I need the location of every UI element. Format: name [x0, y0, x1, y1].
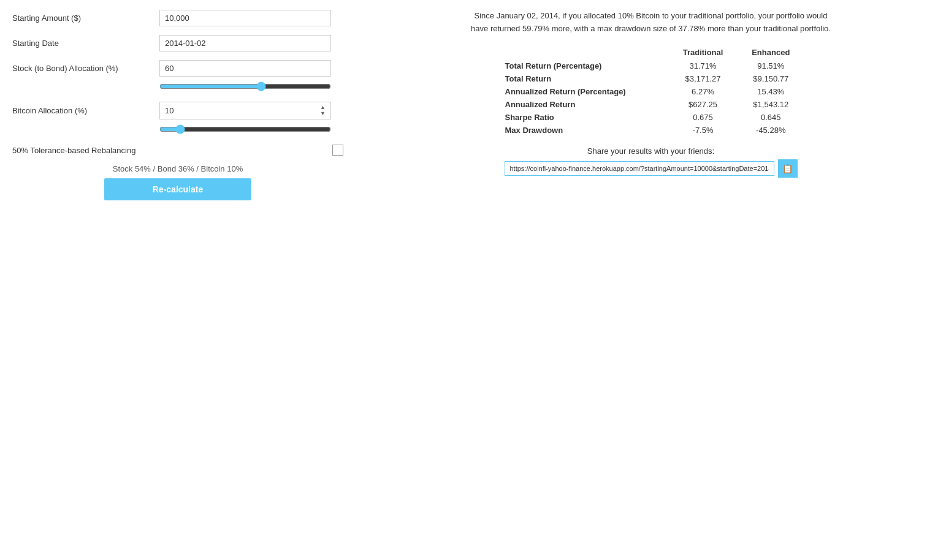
- bitcoin-allocation-row: Bitcoin Allocation (%) 10 ▲ ▼: [12, 102, 343, 119]
- bitcoin-slider-row: [12, 124, 343, 136]
- metric-label: Max Drawdown: [498, 124, 669, 137]
- bitcoin-allocation-value: 10: [165, 106, 174, 115]
- allocation-display: Stock 54% / Bond 36% / Bitcoin 10%: [12, 164, 343, 173]
- starting-amount-row: Starting Amount ($): [12, 10, 343, 26]
- tolerance-checkbox[interactable]: [332, 145, 343, 156]
- bitcoin-slider-container: [159, 124, 331, 136]
- enhanced-value: 0.645: [738, 111, 804, 124]
- traditional-value: 31.71%: [668, 59, 738, 72]
- enhanced-value: $1,543.12: [738, 98, 804, 111]
- summary-text: Since January 02, 2014, if you allocated…: [467, 10, 835, 36]
- table-row: Max Drawdown -7.5% -45.28%: [498, 124, 804, 137]
- col-header-enhanced: Enhanced: [738, 45, 804, 59]
- results-table: Traditional Enhanced Total Return (Perce…: [498, 45, 804, 137]
- spinner-up[interactable]: ▲: [320, 105, 326, 110]
- table-row: Annualized Return (Percentage) 6.27% 15.…: [498, 85, 804, 98]
- traditional-value: $3,171.27: [668, 72, 738, 85]
- enhanced-value: -45.28%: [738, 124, 804, 137]
- stock-allocation-row: Stock (to Bond) Allocation (%): [12, 60, 343, 77]
- table-row: Total Return $3,171.27 $9,150.77: [498, 72, 804, 85]
- starting-date-label: Starting Date: [12, 39, 159, 48]
- col-header-traditional: Traditional: [668, 45, 738, 59]
- traditional-value: $627.25: [668, 98, 738, 111]
- bitcoin-allocation-label: Bitcoin Allocation (%): [12, 106, 159, 115]
- starting-amount-input[interactable]: [159, 10, 331, 26]
- stock-slider-row: [12, 81, 343, 93]
- starting-amount-label: Starting Amount ($): [12, 13, 159, 23]
- share-url-input[interactable]: [505, 161, 774, 176]
- stock-allocation-input[interactable]: [159, 60, 331, 77]
- metric-label: Total Return: [498, 72, 669, 85]
- table-row: Total Return (Percentage) 31.71% 91.51%: [498, 59, 804, 72]
- tolerance-row: 50% Tolerance-based Rebalancing: [12, 145, 343, 156]
- metric-label: Annualized Return (Percentage): [498, 85, 669, 98]
- table-row: Sharpe Ratio 0.675 0.645: [498, 111, 804, 124]
- bitcoin-allocation-spinner[interactable]: 10 ▲ ▼: [159, 102, 331, 119]
- spinner-arrows[interactable]: ▲ ▼: [320, 105, 326, 116]
- enhanced-value: $9,150.77: [738, 72, 804, 85]
- stock-allocation-label: Stock (to Bond) Allocation (%): [12, 64, 159, 73]
- col-header-metric: [498, 45, 669, 59]
- tolerance-label: 50% Tolerance-based Rebalancing: [12, 146, 332, 155]
- enhanced-value: 15.43%: [738, 85, 804, 98]
- metric-label: Annualized Return: [498, 98, 669, 111]
- metric-label: Total Return (Percentage): [498, 59, 669, 72]
- stock-slider[interactable]: [159, 81, 331, 91]
- bitcoin-slider[interactable]: [159, 124, 331, 134]
- starting-date-row: Starting Date: [12, 35, 343, 51]
- metric-label: Sharpe Ratio: [498, 111, 669, 124]
- table-row: Annualized Return $627.25 $1,543.12: [498, 98, 804, 111]
- copy-button[interactable]: 📋: [778, 159, 798, 178]
- copy-icon: 📋: [782, 164, 793, 173]
- share-row: 📋: [368, 159, 934, 178]
- share-label: Share your results with your friends:: [368, 146, 934, 156]
- traditional-value: -7.5%: [668, 124, 738, 137]
- enhanced-value: 91.51%: [738, 59, 804, 72]
- spinner-down[interactable]: ▼: [320, 111, 326, 116]
- stock-slider-container: [159, 81, 331, 93]
- recalculate-button[interactable]: Re-calculate: [104, 178, 251, 200]
- traditional-value: 6.27%: [668, 85, 738, 98]
- starting-date-input[interactable]: [159, 35, 331, 51]
- traditional-value: 0.675: [668, 111, 738, 124]
